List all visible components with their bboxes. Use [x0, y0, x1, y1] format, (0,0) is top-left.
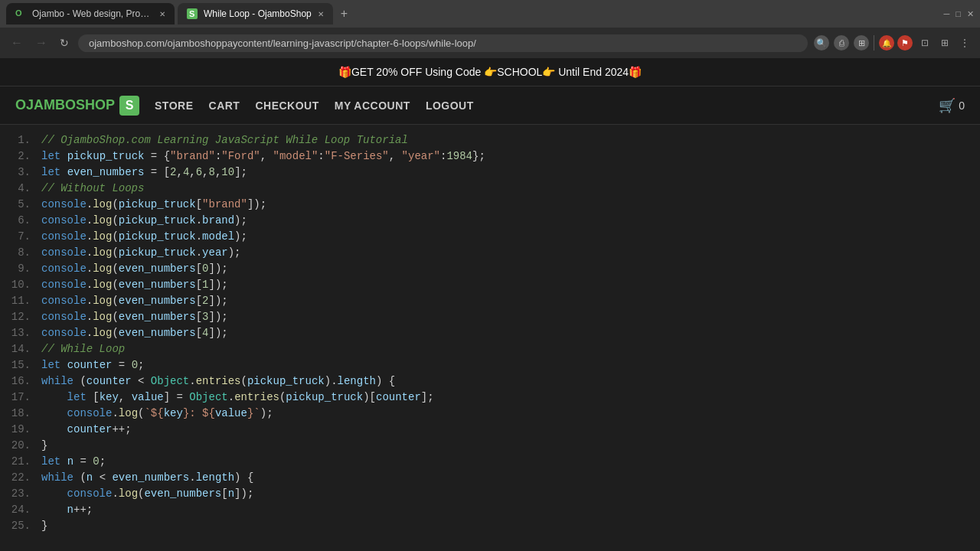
rss-icon[interactable]: ⊞ [854, 35, 869, 51]
promo-text: 🎁GET 20% OFF Using Code 👉SCHOOL👉 Until E… [338, 66, 642, 78]
line-num-4: 4. [8, 181, 31, 197]
browser-window: O Ojambo - Web design, Progra... ✕ S Whi… [0, 0, 980, 58]
share-icon[interactable]: ⎙ [834, 35, 849, 51]
code-line-23: 23. console.log(even_numbers[n]); [0, 486, 980, 502]
line-num-8: 8. [8, 245, 31, 261]
checkout-link[interactable]: CHECKOUT [255, 99, 318, 112]
code-line-18: 18. console.log(`${key}: ${value}`); [0, 406, 980, 422]
tab-2-favicon: S [187, 8, 198, 19]
cart-icon: 🛒 [939, 98, 956, 113]
code-line-6: 6. console.log(pickup_truck.brand); [0, 213, 980, 229]
logo-icon: S [119, 96, 139, 116]
cart-link[interactable]: CART [209, 99, 240, 112]
search-icon[interactable]: 🔍 [814, 35, 829, 51]
line-content-6: console.log(pickup_truck.brand); [41, 213, 247, 229]
extension-icon[interactable]: ⚑ [897, 35, 913, 51]
line-content-19: counter++; [41, 422, 132, 438]
cart-count: 0 [959, 99, 965, 112]
my-account-link[interactable]: MY ACCOUNT [335, 99, 410, 112]
line-content-2: let pickup_truck = {"brand":"Ford", "mod… [41, 148, 485, 165]
line-content-21: let n = 0; [41, 454, 106, 470]
code-line-4: 4. // Without Loops [0, 181, 980, 197]
code-line-11: 11. console.log(even_numbers[2]); [0, 293, 980, 309]
line-content-13: console.log(even_numbers[4]); [41, 325, 228, 341]
line-content-7: console.log(pickup_truck.model); [41, 229, 247, 245]
extensions-icon[interactable]: ⊞ [937, 35, 952, 51]
code-area: 1. // OjamboShop.com Learning JavaScript… [0, 125, 980, 544]
line-num-21: 21. [8, 454, 31, 470]
code-line-12: 12. console.log(even_numbers[3]); [0, 309, 980, 325]
tab-2-close[interactable]: ✕ [318, 10, 324, 18]
code-line-21: 21. let n = 0; [0, 454, 980, 470]
code-line-17: 17. let [key, value] = Object.entries(pi… [0, 390, 980, 406]
line-content-4: // Without Loops [41, 181, 144, 197]
code-line-14: 14. // While Loop [0, 341, 980, 357]
line-num-3: 3. [8, 165, 31, 181]
line-num-9: 9. [8, 261, 31, 277]
tab-2[interactable]: S While Loop - OjamboShop ✕ [178, 3, 333, 24]
line-num-24: 24. [8, 502, 31, 518]
window-maximize[interactable]: □ [956, 9, 961, 18]
line-num-17: 17. [8, 390, 31, 406]
line-num-16: 16. [8, 373, 31, 390]
cart-button[interactable]: 🛒 0 [939, 97, 965, 114]
line-num-2: 2. [8, 148, 31, 165]
tab-bar: O Ojambo - Web design, Progra... ✕ S Whi… [0, 0, 980, 28]
tab-1[interactable]: O Ojambo - Web design, Progra... ✕ [6, 3, 175, 24]
browser-actions: 🔍 ⎙ ⊞ 🔔 ⚑ ⊡ ⊞ ⋮ [814, 35, 972, 51]
tab-1-close[interactable]: ✕ [159, 10, 165, 18]
back-button[interactable]: ← [8, 34, 26, 51]
code-line-2: 2. let pickup_truck = {"brand":"Ford", "… [0, 148, 980, 165]
line-content-1: // OjamboShop.com Learning JavaScript Wh… [41, 132, 408, 148]
line-content-9: console.log(even_numbers[0]); [41, 261, 228, 277]
line-num-5: 5. [8, 197, 31, 213]
code-line-7: 7. console.log(pickup_truck.model); [0, 229, 980, 245]
line-num-22: 22. [8, 470, 31, 486]
line-content-16: while (counter < Object.entries(pickup_t… [41, 373, 395, 390]
logout-link[interactable]: LOGOUT [426, 99, 474, 112]
sidebar-icon[interactable]: ⊡ [917, 35, 933, 51]
line-content-3: let even_numbers = [2,4,6,8,10]; [41, 165, 247, 181]
address-bar: ← → ↻ 🔍 ⎙ ⊞ 🔔 ⚑ ⊡ ⊞ ⋮ [0, 28, 980, 58]
code-line-3: 3. let even_numbers = [2,4,6,8,10]; [0, 165, 980, 181]
code-line-9: 9. console.log(even_numbers[0]); [0, 261, 980, 277]
cart-icon-wrapper: 🛒 [939, 97, 956, 114]
reload-button[interactable]: ↻ [57, 35, 72, 51]
window-controls: ─ □ ✕ [944, 9, 974, 19]
line-content-8: console.log(pickup_truck.year); [41, 245, 241, 261]
line-content-22: while (n < even_numbers.length) { [41, 470, 253, 486]
line-content-11: console.log(even_numbers[2]); [41, 293, 228, 309]
line-num-11: 11. [8, 293, 31, 309]
line-content-5: console.log(pickup_truck["brand"]); [41, 197, 266, 213]
line-content-25: } [41, 518, 47, 534]
url-input[interactable] [78, 34, 808, 52]
code-line-10: 10. console.log(even_numbers[1]); [0, 277, 980, 293]
line-num-13: 13. [8, 325, 31, 341]
store-link[interactable]: STORE [155, 99, 193, 112]
code-line-16: 16. while (counter < Object.entries(pick… [0, 373, 980, 390]
code-line-15: 15. let counter = 0; [0, 357, 980, 373]
line-num-1: 1. [8, 132, 31, 148]
tab-2-title: While Loop - OjamboShop [204, 8, 312, 19]
settings-icon[interactable]: ⋮ [957, 35, 972, 51]
code-line-22: 22. while (n < even_numbers.length) { [0, 470, 980, 486]
website: 🎁GET 20% OFF Using Code 👉SCHOOL👉 Until E… [0, 58, 980, 544]
forward-button[interactable]: → [32, 34, 51, 51]
line-content-12: console.log(even_numbers[3]); [41, 309, 228, 325]
nav-logo[interactable]: OJAMBOSHOP S [15, 96, 139, 116]
notification-icon[interactable]: 🔔 [879, 35, 894, 51]
tab-1-title: Ojambo - Web design, Progra... [32, 8, 153, 19]
tab-1-favicon: O [15, 8, 26, 19]
new-tab-button[interactable]: + [336, 7, 352, 21]
line-content-18: console.log(`${key}: ${value}`); [41, 406, 273, 422]
code-line-25: 25. } [0, 518, 980, 534]
promo-bar: 🎁GET 20% OFF Using Code 👉SCHOOL👉 Until E… [0, 58, 980, 86]
code-line-13: 13. console.log(even_numbers[4]); [0, 325, 980, 341]
window-minimize[interactable]: ─ [944, 9, 950, 18]
window-close[interactable]: ✕ [967, 9, 974, 19]
line-num-25: 25. [8, 518, 31, 534]
line-content-20: } [41, 438, 47, 454]
code-line-19: 19. counter++; [0, 422, 980, 438]
code-line-5: 5. console.log(pickup_truck["brand"]); [0, 197, 980, 213]
line-num-6: 6. [8, 213, 31, 229]
